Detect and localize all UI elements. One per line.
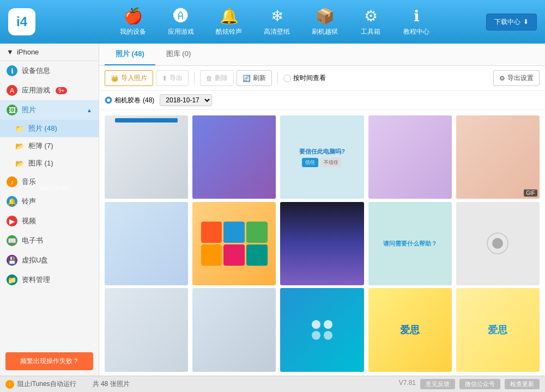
header: i4 爱思助手 www.i4.cn 🍎 我的设备 🅐 应用游戏 🔔 酷炫铃声 ❄… — [0, 0, 545, 44]
nav-tab-toolbox-label: 工具箱 — [361, 27, 380, 36]
udisk-icon: 💾 — [7, 255, 17, 266]
photo-item-3[interactable]: 要信任此电脑吗? 信任 不信任 — [280, 115, 364, 199]
tab-photos[interactable]: 照片 (48) — [105, 44, 155, 65]
info-circle-icon: ℹ — [7, 65, 17, 76]
brand-logo2: 爱思 — [488, 323, 507, 336]
photo-item-13[interactable] — [280, 288, 364, 371]
sidebar-item-data-mgr[interactable]: 📁 资料管理 — [0, 270, 99, 290]
sidebar-bottom: 频繁出现操作失败？ — [0, 347, 99, 376]
app-badge: 9+ — [56, 87, 67, 94]
sidebar-item-ringtone[interactable]: 🔔 铃声 — [0, 192, 99, 211]
photo-item-2[interactable] — [192, 115, 276, 199]
delete-label: 删除 — [215, 74, 228, 83]
a1 — [201, 222, 222, 243]
date-select[interactable]: 2018-10-17 — [160, 94, 212, 106]
date-dropdown[interactable]: 2018-10-17 — [160, 94, 212, 106]
sidebar-udisk-label: 虚拟U盘 — [22, 255, 48, 265]
app-grid — [201, 222, 268, 266]
itunes-notice: 阻止iTunes自动运行 — [17, 379, 76, 389]
wechat-button[interactable]: 微信公众号 — [459, 379, 500, 389]
photo-item-4[interactable] — [368, 115, 452, 199]
sidebar-sub-item-photos-album[interactable]: 📂 柜簿 (7) — [0, 137, 99, 155]
feedback-label: 意见反馈 — [426, 381, 450, 387]
download-icon: ⬇ — [523, 18, 529, 26]
import-photos-button[interactable]: 👑 导入照片 — [105, 70, 153, 86]
sidebar-item-device-info[interactable]: ℹ 设备信息 — [0, 61, 99, 81]
sidebar-item-ebook[interactable]: 📖 电子书 — [0, 231, 99, 250]
photo-thumb-7 — [192, 202, 276, 285]
photo-item-1[interactable] — [105, 115, 188, 199]
update-label: 检查更新 — [510, 381, 534, 387]
tab-library[interactable]: 图库 (0) — [155, 44, 202, 65]
photo-thumb-8 — [280, 202, 364, 285]
photo-item-6[interactable] — [105, 202, 188, 285]
app-icon: A — [7, 85, 17, 96]
screen-grid — [146, 282, 148, 283]
nav-tab-tutorial[interactable]: ℹ 教程中心 — [392, 0, 440, 44]
sidebar-app-game-label: 应用游戏 — [22, 85, 50, 95]
nav-tab-ringtone[interactable]: 🔔 酷炫铃声 — [205, 0, 253, 44]
sidebar-video-label: 视频 — [22, 216, 36, 226]
photo-item-5[interactable]: GIF — [456, 115, 540, 199]
control-icons — [312, 320, 332, 329]
content-area: 照片 (48) 图库 (0) 👑 导入照片 ⬆ 导出 🗑 删除 🔄 — [99, 44, 545, 376]
delete-icon: 🗑 — [206, 75, 213, 82]
sidebar-item-photos[interactable]: 🖼 照片 ▲ — [0, 100, 99, 120]
apple-icon: 🍎 — [124, 7, 143, 25]
sidebar-photos-label: 照片 — [22, 105, 36, 115]
photo-item-14[interactable]: 爱思 — [368, 288, 452, 371]
sidebar-sub-item-photos-all[interactable]: 📁 照片 (48) — [0, 120, 99, 137]
photo-count: 共 48 张照片 — [93, 379, 130, 389]
update-button[interactable]: 检查更新 — [505, 379, 540, 389]
appstore-icon: 🅐 — [173, 7, 189, 25]
photo-item-9[interactable]: 请问需要什么帮助？ — [368, 202, 452, 285]
download-center-button[interactable]: 下载中心 ⬇ — [486, 14, 537, 30]
expand-arrow-icon: ▼ — [7, 48, 14, 56]
export-icon: ⬆ — [162, 75, 167, 82]
time-view-label: 按时间查看 — [293, 74, 326, 83]
trouble-button[interactable]: 频繁出现操作失败？ — [5, 352, 93, 370]
photo-item-7[interactable] — [192, 202, 276, 285]
data-icon: 📁 — [7, 274, 17, 285]
sidebar-item-app-game[interactable]: A 应用游戏 9+ — [0, 81, 99, 100]
export-settings-button[interactable]: ⚙ 导出设置 — [493, 70, 540, 86]
time-view-radio[interactable]: 按时间查看 — [283, 74, 326, 83]
radio-dot — [107, 99, 110, 102]
feedback-button[interactable]: 意见反馈 — [420, 379, 455, 389]
photo-item-11[interactable] — [105, 288, 188, 371]
nav-tab-jailbreak[interactable]: 📦 刷机越狱 — [301, 0, 349, 44]
a4 — [201, 244, 222, 266]
divider-2 — [277, 72, 278, 85]
photo-thumb-9: 请问需要什么帮助？ — [368, 202, 452, 285]
delete-button[interactable]: 🗑 删除 — [200, 70, 234, 86]
book-icon: 📖 — [7, 235, 17, 246]
photo-thumb-10 — [456, 202, 540, 285]
ctrl3 — [312, 331, 320, 340]
photo-thumb-14: 爱思 — [368, 288, 452, 371]
sidebar-data-mgr-label: 资料管理 — [22, 275, 50, 285]
sidebar-photos-all-label: 照片 (48) — [28, 124, 57, 133]
nav-tab-my-device[interactable]: 🍎 我的设备 — [109, 0, 157, 44]
export-button[interactable]: ⬆ 导出 — [156, 70, 189, 86]
ctrl4 — [324, 331, 332, 340]
photo-item-15[interactable]: 爱思 — [456, 288, 540, 371]
sidebar-ringtone-label: 铃声 — [22, 197, 36, 206]
nav-tab-toolbox[interactable]: ⚙ 工具箱 — [349, 0, 392, 44]
photo-item-10[interactable] — [456, 202, 540, 285]
nav-tab-wallpaper[interactable]: ❄ 高清壁纸 — [253, 0, 301, 44]
export-label: 导出 — [169, 74, 183, 83]
nav-tab-app-game[interactable]: 🅐 应用游戏 — [157, 0, 205, 44]
sidebar-sub-item-photos-library[interactable]: 📂 图库 (1) — [0, 155, 99, 172]
refresh-button[interactable]: 🔄 刷新 — [237, 70, 272, 86]
photo-item-12[interactable] — [192, 288, 276, 371]
status-left: ! 阻止iTunes自动运行 — [5, 379, 76, 389]
dialog-title: 要信任此电脑吗? — [299, 148, 345, 156]
trust-btn: 信任 — [302, 158, 318, 167]
dialog-buttons: 信任 不信任 — [302, 158, 342, 167]
control-icons2 — [312, 331, 332, 340]
sidebar-item-udisk[interactable]: 💾 虚拟U盘 — [0, 250, 99, 270]
photo-item-8[interactable] — [280, 202, 364, 285]
photos-collapse-icon: ▲ — [87, 107, 92, 113]
sidebar-item-video[interactable]: ▶ 视频 — [0, 211, 99, 231]
camera-roll-filter[interactable]: 相机胶卷 (48) — [105, 96, 154, 105]
